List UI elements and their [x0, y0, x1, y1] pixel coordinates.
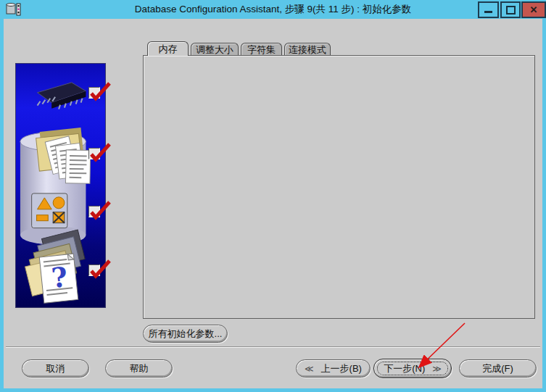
tab-memory[interactable]: 内存 [147, 41, 189, 56]
close-button[interactable]: ✕ [521, 1, 546, 18]
minimize-icon [484, 11, 492, 13]
maximize-button[interactable] [500, 1, 521, 18]
finish-button[interactable]: 完成(F) [459, 359, 537, 378]
title-bar: Database Configuration Assistant, 步骤 9(共… [0, 0, 546, 19]
step-check-icon [87, 200, 113, 222]
close-icon: ✕ [530, 4, 538, 15]
svg-text:?: ? [50, 261, 69, 294]
step-check-icon [87, 81, 113, 103]
maximize-icon [506, 6, 516, 14]
memory-tab-panel [143, 55, 535, 319]
next-chevron-icon: ≫ [432, 364, 442, 374]
back-button[interactable]: ≪ 上一步(B) [296, 359, 371, 378]
window-title: Database Configuration Assistant, 步骤 9(共… [0, 3, 546, 16]
tab-connection-mode[interactable]: 连接模式 [284, 43, 331, 56]
back-chevron-icon: ≪ [305, 364, 314, 374]
next-button-label: 下一步(N) [384, 362, 425, 375]
step-check-icon [87, 259, 113, 280]
dbca-window: Database Configuration Assistant, 步骤 9(共… [0, 0, 546, 392]
tab-sizing[interactable]: 调整大小 [191, 43, 239, 56]
step-check-icon [87, 142, 113, 164]
help-button[interactable]: 帮助 [105, 359, 173, 378]
all-init-params-button[interactable]: 所有初始化参数... [143, 325, 228, 343]
shapes-art [32, 193, 67, 228]
tab-character-sets[interactable]: 字符集 [241, 43, 282, 56]
next-button[interactable]: 下一步(N) ≫ [373, 359, 452, 378]
minimize-button[interactable] [478, 1, 499, 18]
cancel-button[interactable]: 取消 [22, 359, 89, 378]
back-button-label: 上一步(B) [321, 362, 362, 375]
footer-separator [6, 346, 540, 348]
